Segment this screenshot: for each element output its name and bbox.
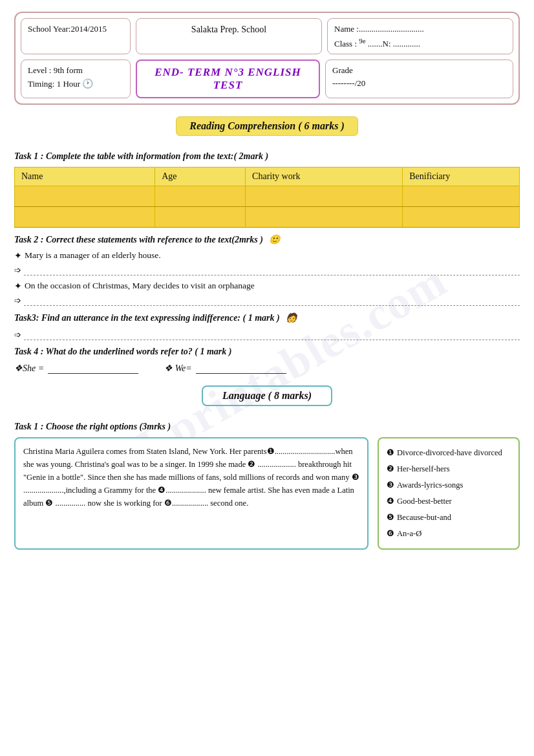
col-name: Name bbox=[15, 167, 155, 186]
star-icon1: ✦ bbox=[14, 250, 22, 261]
task3-heading: Task3: Find an utterance in the text exp… bbox=[14, 312, 520, 323]
task4-heading: Task 4 : What do the underlined words re… bbox=[14, 347, 520, 357]
option-text-1: Divorce-divorced-have divorced bbox=[397, 445, 502, 461]
name-label: Name : bbox=[334, 24, 359, 34]
school-year-label: School Year:2014/2015 bbox=[28, 24, 107, 34]
school-name-box: Salakta Prep. School bbox=[136, 18, 322, 54]
option-text-5: Because-but-and bbox=[397, 510, 451, 526]
timing-label: Timing: 1 Hour 🕐 bbox=[28, 77, 123, 91]
reading-section: Reading Comprehension ( 6 marks ) Task 1… bbox=[14, 116, 520, 374]
option-text-2: Her-herself-hers bbox=[397, 461, 450, 477]
star-icon2: ✦ bbox=[14, 281, 22, 292]
arrow-icon3: ➩ bbox=[14, 330, 21, 340]
name-box: Name :............................... Cl… bbox=[327, 18, 513, 54]
name-dots: ............................... bbox=[359, 24, 424, 34]
lang-task1-heading: Task 1 : Choose the right options (3mrks… bbox=[14, 422, 520, 432]
option-4: ❹ Good-best-better bbox=[387, 493, 511, 510]
task4-she: ❖She = bbox=[14, 362, 138, 374]
options-box: ❶ Divorce-divorced-have divorced ❷ Her-h… bbox=[378, 437, 520, 550]
passage-box: Christina Maria Aguilera comes from Stat… bbox=[14, 437, 368, 550]
grade-label: Grade bbox=[332, 64, 506, 77]
col-age: Age bbox=[155, 167, 246, 186]
grade-box: Grade --------/20 bbox=[325, 59, 513, 98]
passage-text: Christina Maria Aguilera comes from Stat… bbox=[23, 447, 359, 508]
task2-statement2: ✦ On the occasion of Christmas, Mary dec… bbox=[14, 281, 520, 292]
exam-title: END- TERM N°3 ENGLISH TEST bbox=[136, 59, 320, 98]
option-6: ❻ An-a-Ø bbox=[387, 526, 511, 542]
option-text-6: An-a-Ø bbox=[397, 526, 422, 542]
task2-answer2: ➩ bbox=[14, 294, 520, 306]
task4-we-label: ❖ We= bbox=[164, 363, 192, 374]
option-num-6: ❻ bbox=[387, 526, 394, 542]
reading-section-title: Reading Comprehension ( 6 marks ) bbox=[176, 116, 358, 136]
class-label: Class : 9e .......N: ............. bbox=[334, 39, 420, 49]
language-section: Language ( 8 marks) Task 1 : Choose the … bbox=[14, 385, 520, 550]
option-5: ❺ Because-but-and bbox=[387, 510, 511, 526]
col-beneficiary: Benificiary bbox=[403, 167, 520, 186]
header-section: School Year:2014/2015 Salakta Prep. Scho… bbox=[14, 12, 520, 105]
option-num-3: ❸ bbox=[387, 477, 394, 493]
option-num-2: ❷ bbox=[387, 461, 394, 477]
table-row: -------------------- ----------- -------… bbox=[15, 186, 520, 207]
arrow-icon2: ➩ bbox=[14, 296, 21, 306]
task2-statement1: ✦ Mary is a manager of an elderly house. bbox=[14, 250, 520, 261]
option-text-3: Awards-lyrics-songs bbox=[397, 477, 463, 493]
option-2: ❷ Her-herself-hers bbox=[387, 461, 511, 477]
col-charity: Charity work bbox=[246, 167, 403, 186]
option-num-5: ❺ bbox=[387, 510, 394, 526]
task2-heading: Task 2 : Correct these statements with r… bbox=[14, 234, 520, 245]
task3-answer: ➩ bbox=[14, 329, 520, 340]
task1-heading: Task 1 : Complete the table with informa… bbox=[14, 151, 520, 162]
option-num-1: ❶ bbox=[387, 445, 394, 461]
school-name: Salakta Prep. School bbox=[191, 25, 266, 34]
task2-answer1: ➩ bbox=[14, 264, 520, 275]
language-section-title: Language ( 8 marks) bbox=[202, 385, 332, 406]
grade-value: --------/20 bbox=[332, 77, 506, 90]
option-3: ❸ Awards-lyrics-songs bbox=[387, 477, 511, 493]
task4-she-label: ❖She = bbox=[14, 363, 44, 374]
task4-row: ❖She = ❖ We= bbox=[14, 362, 520, 374]
option-1: ❶ Divorce-divorced-have divorced bbox=[387, 445, 511, 461]
info-table: Name Age Charity work Benificiary ------… bbox=[14, 167, 520, 228]
school-year-box: School Year:2014/2015 bbox=[21, 18, 131, 54]
arrow-icon1: ➩ bbox=[14, 265, 21, 275]
option-num-4: ❹ bbox=[387, 493, 394, 510]
task4-we: ❖ We= bbox=[164, 362, 286, 374]
option-text-4: Good-best-better bbox=[397, 493, 452, 510]
level-label: Level : 9th form bbox=[28, 64, 123, 77]
level-box: Level : 9th form Timing: 1 Hour 🕐 bbox=[21, 59, 131, 98]
lang-task1-row: Christina Maria Aguilera comes from Stat… bbox=[14, 437, 520, 550]
table-row: -------------------- ----------- -------… bbox=[15, 207, 520, 228]
